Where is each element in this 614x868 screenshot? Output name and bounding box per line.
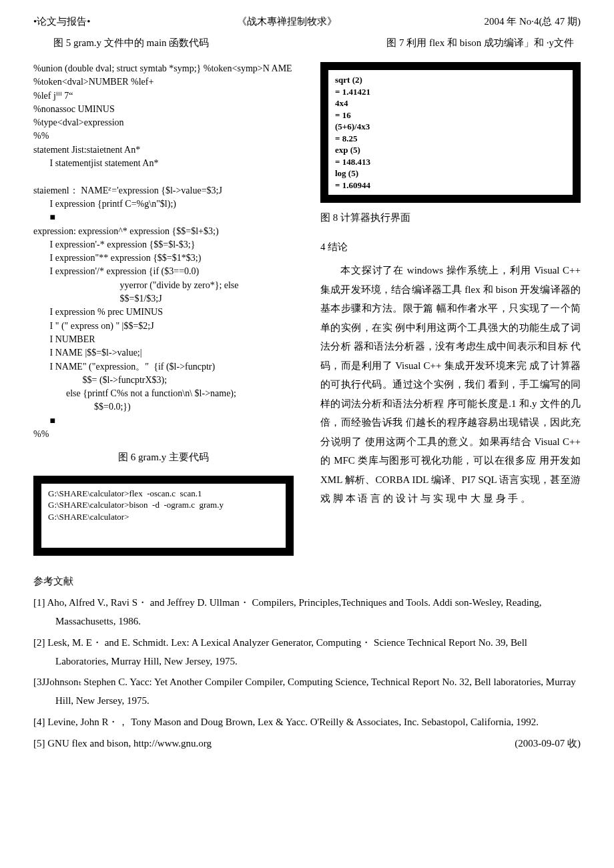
header-right: 2004 年 No·4(总 47 期) bbox=[484, 13, 581, 31]
conclusion-title: 4 结论 bbox=[320, 239, 581, 256]
gram-y-code: %union (double dval; struct symtab *symp… bbox=[33, 62, 294, 441]
left-column: %union (double dval; struct symtab *symp… bbox=[33, 62, 294, 562]
top-captions: 图 5 gram.y 文件中的 main 函数代码 图 7 利用 flex 和 … bbox=[33, 35, 581, 52]
reference-item: [2] Lesk, M. E・ and E. Schmidt. Lex: A L… bbox=[33, 634, 581, 671]
reference-text: [5] GNU flex and bison, http://www.gnu.o… bbox=[33, 738, 212, 749]
figure-6-caption: 图 6 gram.y 主要代码 bbox=[33, 449, 294, 466]
reference-item: [5] GNU flex and bison, http://www.gnu.o… bbox=[33, 735, 581, 753]
references-title: 参考文献 bbox=[33, 573, 581, 590]
terminal-box-calculator: sqrt (2) = 1.41421 4x4 = 16 (5+6)/4x3 = … bbox=[320, 62, 581, 203]
main-columns: %union (double dval; struct symtab *symp… bbox=[33, 62, 581, 562]
conclusion-body: 本文探讨了在 windows 操作系统上，利用 Visual C++ 集成开发环… bbox=[320, 261, 581, 508]
header-left: •论文与报告• bbox=[33, 13, 91, 31]
references-list: [1] Aho, Alfred V., Ravi S・ and Jeffrey … bbox=[33, 594, 581, 753]
reference-item: [4] Levine, John R・， Tony Mason and Doug… bbox=[33, 713, 581, 732]
terminal-box-compile: G:\SHARE\calculator>flex -oscan.c scan.1… bbox=[33, 476, 294, 556]
figure-8-caption: 图 8 计算器执行界面 bbox=[320, 209, 581, 227]
reference-item: [1] Aho, Alfred V., Ravi S・ and Jeffrey … bbox=[33, 594, 581, 631]
figure-5-caption: 图 5 gram.y 文件中的 main 函数代码 bbox=[33, 35, 209, 52]
header-center: 《战木專禅捏制牧求》 bbox=[237, 13, 337, 31]
right-column: sqrt (2) = 1.41421 4x4 = 16 (5+6)/4x3 = … bbox=[320, 62, 581, 562]
received-date: (2003-09-07 收) bbox=[537, 735, 581, 753]
reference-item: [3JJohnsonₜ Stephen C. Yacc: Yet Another… bbox=[33, 673, 581, 711]
figure-7-caption: 图 7 利用 flex 和 bison 成功编译」和 ·y文件 bbox=[386, 35, 581, 52]
page-header: •论文与报告• 《战木專禅捏制牧求》 2004 年 No·4(总 47 期) bbox=[33, 13, 581, 31]
